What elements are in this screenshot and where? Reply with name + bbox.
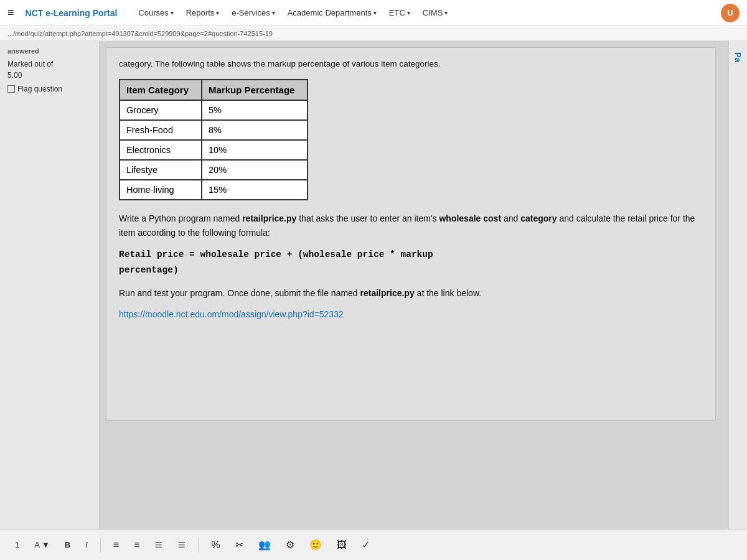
url-text: .../mod/quiz/attempt.php?attempt=491307&… bbox=[7, 30, 273, 37]
font-family-label: A bbox=[34, 540, 40, 549]
nav-academic[interactable]: Academic Departments ▾ bbox=[283, 6, 382, 20]
hamburger-menu-icon[interactable]: ≡ bbox=[7, 6, 14, 19]
main-layout: answered Marked out of 5.00 Flag questio… bbox=[0, 41, 747, 560]
table-row: Fresh-Food8% bbox=[120, 120, 308, 140]
flag-question-label: Flag question bbox=[17, 85, 62, 93]
run-text-2: at the link below. bbox=[415, 288, 481, 298]
settings-button[interactable]: ⚙ bbox=[281, 536, 299, 553]
academic-arrow-icon: ▾ bbox=[374, 9, 377, 16]
scissors-button[interactable]: ✂ bbox=[230, 536, 248, 553]
table-row: Home-living15% bbox=[120, 180, 308, 200]
content-area: category. The following table shows the … bbox=[100, 41, 728, 560]
emoji-icon: 🙂 bbox=[309, 539, 322, 551]
font-family-button[interactable]: A ▼ bbox=[29, 538, 55, 552]
nav-cims[interactable]: CIMS ▾ bbox=[418, 6, 453, 20]
toolbar-separator-2 bbox=[198, 538, 199, 553]
italic-button[interactable]: I bbox=[80, 538, 93, 552]
main-nav: Courses ▾ Reports ▾ e-Services ▾ Academi… bbox=[133, 6, 453, 20]
right-strip: Pa bbox=[728, 41, 747, 560]
score-value: 5.00 bbox=[7, 71, 92, 80]
indent-increase-button[interactable]: ≣ bbox=[172, 536, 190, 553]
table-cell-category: Grocery bbox=[120, 100, 202, 120]
indent-increase-icon: ≣ bbox=[177, 539, 186, 551]
nav-etc[interactable]: ETC ▾ bbox=[384, 6, 415, 20]
settings-icon: ⚙ bbox=[286, 539, 294, 551]
run-filename: retailprice.py bbox=[360, 288, 415, 298]
nav-courses[interactable]: Courses ▾ bbox=[133, 6, 178, 20]
reports-arrow-icon: ▾ bbox=[216, 9, 219, 16]
flag-checkbox-icon[interactable] bbox=[7, 85, 15, 93]
wholesale-cost-label: wholesale cost bbox=[439, 213, 501, 223]
table-row: Grocery5% bbox=[120, 100, 308, 120]
sidebar: answered Marked out of 5.00 Flag questio… bbox=[0, 41, 100, 560]
bottom-toolbar: 1 A ▼ B I ≡ ≡ ≣ ≣ % ✂ 👥 ⚙ 🙂 🖼 ✓ bbox=[0, 529, 747, 560]
table-cell-category: Fresh-Food bbox=[120, 120, 202, 140]
indent-decrease-icon: ≣ bbox=[154, 539, 162, 551]
address-bar: .../mod/quiz/attempt.php?attempt=491307&… bbox=[0, 26, 747, 41]
ordered-list-icon: ≡ bbox=[134, 539, 139, 551]
etc-arrow-icon: ▾ bbox=[407, 9, 410, 16]
scissors-icon: ✂ bbox=[235, 539, 243, 551]
table-row: Electronics10% bbox=[120, 140, 308, 160]
navbar: ≡ NCT e-Learning Portal Courses ▾ Report… bbox=[0, 0, 747, 26]
indent-decrease-button[interactable]: ≣ bbox=[149, 536, 167, 553]
question-box: category. The following table shows the … bbox=[106, 47, 716, 421]
emoji-button[interactable]: 🙂 bbox=[304, 536, 327, 553]
checkmark-icon: ✓ bbox=[362, 539, 370, 551]
ordered-list-button[interactable]: ≡ bbox=[129, 537, 144, 553]
table-cell-category: Lifestye bbox=[120, 160, 202, 180]
flag-question-button[interactable]: Flag question bbox=[7, 85, 92, 93]
percentage-button[interactable]: % bbox=[206, 537, 225, 553]
table-cell-category: Home-living bbox=[120, 180, 202, 200]
italic-icon: I bbox=[85, 540, 88, 549]
bold-icon: B bbox=[65, 540, 70, 549]
table-cell-markup: 10% bbox=[202, 140, 308, 160]
desc-text-2: that asks the user to enter an item's bbox=[296, 213, 439, 223]
image-button[interactable]: 🖼 bbox=[332, 537, 352, 553]
unordered-list-icon: ≡ bbox=[113, 539, 119, 551]
and-text: and bbox=[501, 213, 520, 223]
courses-arrow-icon: ▾ bbox=[171, 9, 174, 16]
submit-link[interactable]: https://moodle.nct.edu.om/mod/assign/vie… bbox=[119, 309, 703, 319]
program-name: retailprice.py bbox=[242, 213, 296, 223]
nav-eservices[interactable]: e-Services ▾ bbox=[227, 6, 280, 20]
table-row: Lifestye20% bbox=[120, 160, 308, 180]
toolbar-separator-1 bbox=[100, 538, 101, 553]
table-header-category: Item Category bbox=[120, 80, 202, 100]
category-label: category bbox=[520, 213, 557, 223]
font-size-control[interactable]: 1 bbox=[10, 538, 24, 552]
answered-label: answered bbox=[7, 47, 92, 55]
pa-label: Pa bbox=[731, 47, 745, 67]
nav-reports[interactable]: Reports ▾ bbox=[181, 6, 225, 20]
table-header-markup: Markup Percentage bbox=[202, 80, 308, 100]
intro-text: category. The following table shows the … bbox=[119, 58, 703, 70]
formula-block: Retail price = wholesale price + (wholes… bbox=[119, 247, 703, 278]
avatar[interactable]: U bbox=[721, 4, 740, 22]
percentage-icon: % bbox=[211, 539, 220, 551]
formula-line-1: Retail price = wholesale price + (wholes… bbox=[119, 247, 703, 263]
markup-table: Item Category Markup Percentage Grocery5… bbox=[119, 79, 308, 200]
bold-button[interactable]: B bbox=[60, 538, 75, 552]
marked-out-of-label: Marked out of bbox=[7, 60, 92, 68]
brand-logo: NCT e-Learning Portal bbox=[26, 8, 118, 18]
checkmark-button[interactable]: ✓ bbox=[357, 536, 375, 553]
desc-text-1: Write a Python program named bbox=[119, 213, 242, 223]
navbar-right: U bbox=[721, 4, 740, 22]
image-icon: 🖼 bbox=[337, 539, 347, 551]
table-cell-markup: 20% bbox=[202, 160, 308, 180]
unordered-list-button[interactable]: ≡ bbox=[108, 537, 124, 553]
table-cell-markup: 5% bbox=[202, 100, 308, 120]
font-family-arrow-icon: ▼ bbox=[42, 540, 50, 549]
people-icon: 👥 bbox=[258, 539, 271, 551]
description-paragraph: Write a Python program named retailprice… bbox=[119, 212, 703, 240]
people-button[interactable]: 👥 bbox=[253, 536, 276, 553]
eservices-arrow-icon: ▾ bbox=[272, 9, 275, 16]
run-text-1: Run and test your program. Once done, su… bbox=[119, 288, 360, 298]
table-cell-markup: 8% bbox=[202, 120, 308, 140]
table-cell-category: Electronics bbox=[120, 140, 202, 160]
run-text-paragraph: Run and test your program. Once done, su… bbox=[119, 286, 703, 300]
cims-arrow-icon: ▾ bbox=[444, 9, 448, 16]
table-cell-markup: 15% bbox=[202, 180, 308, 200]
formula-line-2: percentage) bbox=[119, 263, 703, 278]
